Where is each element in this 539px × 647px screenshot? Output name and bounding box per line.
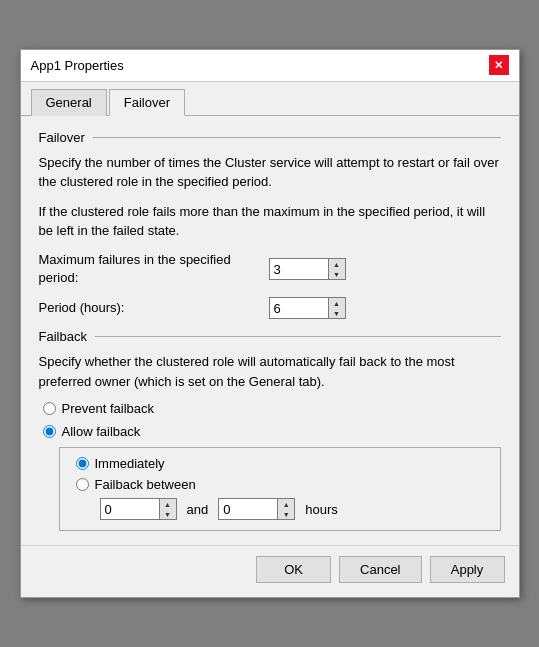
failback-to-buttons [278,498,295,520]
allow-failback-label-text: Allow failback [62,424,141,439]
allow-failback-container: Allow failback Immediately Failback betw… [39,424,501,531]
failback-between-row: Failback between [72,477,488,492]
dialog-footer: OK Cancel Apply [21,545,519,597]
max-failures-input[interactable] [269,258,329,280]
failback-to-spin-down[interactable] [278,509,294,519]
failback-from-spin-down[interactable] [160,509,176,519]
failover-section-line [93,137,501,138]
period-spinner-buttons [329,297,346,319]
failback-to-input[interactable] [218,498,278,520]
allow-failback-radio-row: Allow failback [39,424,501,439]
failback-section-header: Failback [39,329,501,344]
period-spin-up[interactable] [329,298,345,308]
failover-section-title: Failover [39,130,85,145]
failback-between-label: Failback between [95,477,196,492]
max-failures-spin-up[interactable] [329,259,345,269]
max-failures-label: Maximum failures in the specified period… [39,251,269,287]
period-spin-down[interactable] [329,308,345,318]
failback-between-radio[interactable] [76,478,89,491]
failback-from-spin-up[interactable] [160,499,176,509]
apply-button[interactable]: Apply [430,556,505,583]
prevent-failback-row: Prevent failback [39,401,501,416]
failback-section-line [95,336,501,337]
failback-section-title: Failback [39,329,87,344]
immediately-label: Immediately [95,456,165,471]
failback-description: Specify whether the clustered role will … [39,352,501,391]
failover-description-2: If the clustered role fails more than th… [39,202,501,241]
between-values-row: and hours [72,498,488,520]
failover-section-header: Failover [39,130,501,145]
prevent-failback-radio[interactable] [43,402,56,415]
close-button[interactable]: ✕ [489,55,509,75]
cancel-button[interactable]: Cancel [339,556,421,583]
hours-label: hours [305,502,338,517]
failback-from-input[interactable] [100,498,160,520]
dialog: App1 Properties ✕ General Failover Failo… [20,49,520,598]
failover-description-1: Specify the number of times the Cluster … [39,153,501,192]
allow-failback-radio[interactable] [43,425,56,438]
failback-to-spin-up[interactable] [278,499,294,509]
period-input[interactable] [269,297,329,319]
period-row: Period (hours): [39,297,501,319]
prevent-failback-label: Prevent failback [62,401,155,416]
tabs-bar: General Failover [21,82,519,116]
failback-from-buttons [160,498,177,520]
period-label: Period (hours): [39,299,269,317]
tab-content: Failover Specify the number of times the… [21,116,519,545]
and-label: and [187,502,209,517]
dialog-title: App1 Properties [31,58,124,73]
max-failures-spin-down[interactable] [329,269,345,279]
title-bar: App1 Properties ✕ [21,50,519,82]
ok-button[interactable]: OK [256,556,331,583]
immediately-row: Immediately [72,456,488,471]
failback-from-spinner [100,498,177,520]
period-spinner [269,297,346,319]
tab-general[interactable]: General [31,89,107,116]
allow-failback-box: Immediately Failback between [59,447,501,531]
immediately-radio[interactable] [76,457,89,470]
max-failures-spinner [269,258,346,280]
max-failures-row: Maximum failures in the specified period… [39,251,501,287]
max-failures-spinner-buttons [329,258,346,280]
failback-to-spinner [218,498,295,520]
tab-failover[interactable]: Failover [109,89,185,116]
